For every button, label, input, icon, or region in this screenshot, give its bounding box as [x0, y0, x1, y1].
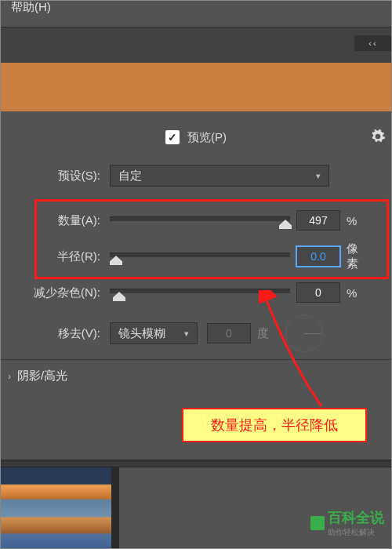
preview-label: 预览(P)	[187, 130, 227, 145]
divider	[0, 359, 392, 360]
titlebar: ‹‹	[0, 27, 392, 63]
radius-input[interactable]: 0.0	[296, 246, 340, 267]
section-title: 阴影/高光	[17, 369, 67, 384]
shadows-highlights-section[interactable]: › 阴影/高光	[8, 369, 67, 384]
watermark-title: 百科全说	[328, 508, 384, 527]
menu-help[interactable]: 帮助(H)	[6, 0, 56, 16]
preset-label: 预设(S):	[0, 169, 110, 184]
chevron-down-icon: ▾	[316, 171, 321, 181]
collapse-panel-button[interactable]: ‹‹	[354, 35, 392, 51]
amount-unit: %	[340, 214, 368, 227]
radius-label: 半径(R):	[0, 249, 110, 264]
remove-value: 镜头模糊	[118, 326, 165, 341]
gear-icon[interactable]	[370, 129, 386, 144]
preset-dropdown[interactable]: 自定 ▾	[110, 165, 329, 187]
amount-slider[interactable]	[110, 213, 290, 228]
smart-sharpen-panel: ✓ 预览(P) 预设(S): 自定 ▾ 数量(A): 497 % 半径(R): …	[0, 118, 392, 351]
preview-checkbox[interactable]: ✓	[165, 130, 180, 144]
remove-label: 移去(V):	[0, 326, 110, 341]
dialog-header	[0, 63, 392, 111]
noise-label: 减少杂色(N):	[0, 285, 110, 300]
angle-input: 0	[207, 323, 251, 344]
radius-slider[interactable]	[110, 249, 290, 264]
remove-dropdown[interactable]: 镜头模糊 ▾	[110, 322, 198, 344]
noise-input[interactable]: 0	[296, 282, 340, 303]
thumbnail-border	[111, 467, 119, 549]
preset-value: 自定	[118, 169, 142, 184]
noise-unit: %	[340, 286, 368, 300]
chevron-down-icon: ▾	[184, 329, 189, 339]
angle-unit: 度	[251, 326, 279, 341]
angle-dial-icon	[285, 314, 323, 352]
image-thumbnail[interactable]	[0, 467, 111, 549]
amount-label: 数量(A):	[0, 213, 110, 228]
radius-unit: 像素	[340, 242, 368, 271]
annotation-callout: 数量提高，半径降低	[182, 408, 367, 442]
watermark-subtitle: 助你轻松解决	[328, 527, 384, 538]
watermark: 百科全说 助你轻松解决	[310, 508, 384, 538]
amount-input[interactable]: 497	[296, 210, 340, 231]
bottom-divider	[0, 460, 392, 467]
noise-slider[interactable]	[110, 285, 290, 300]
chevron-right-icon: ›	[8, 371, 11, 382]
watermark-logo-icon	[310, 516, 325, 530]
